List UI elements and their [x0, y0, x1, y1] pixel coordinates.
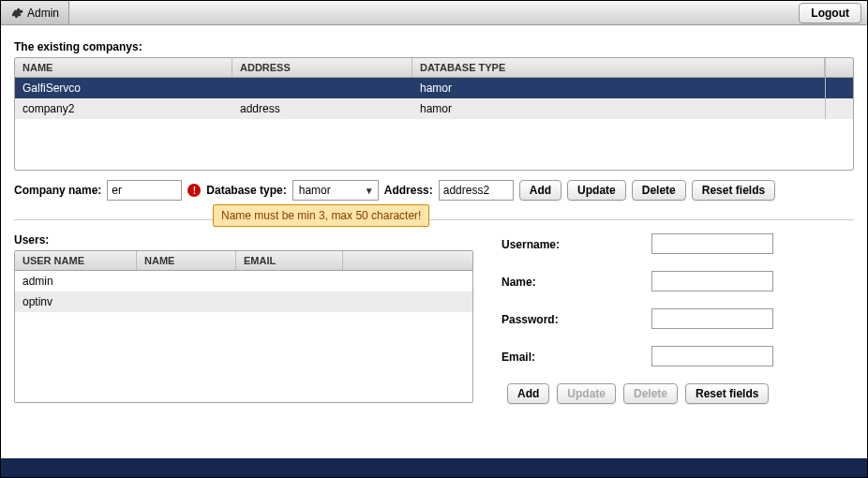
gear-icon	[10, 7, 23, 20]
cell-address	[232, 78, 412, 98]
companies-grid-body: GalfiServco hamor company2 address hamor	[15, 78, 853, 170]
cell-address: address	[232, 98, 412, 119]
cell-email	[236, 271, 343, 291]
cell-db: hamor	[412, 78, 825, 98]
cell-username: admin	[15, 271, 137, 291]
password-input[interactable]	[651, 308, 773, 329]
password-label: Password:	[501, 311, 651, 326]
username-input[interactable]	[651, 233, 773, 254]
companies-title: The existing companys:	[14, 40, 854, 53]
cell-name	[137, 271, 236, 291]
user-delete-button[interactable]: Delete	[623, 383, 678, 404]
email-label: Email:	[501, 349, 651, 364]
companies-grid-header: NAME ADDRESS DATABASE TYPE	[15, 58, 853, 78]
name-label: Name:	[501, 274, 651, 289]
company-update-button[interactable]: Update	[567, 180, 626, 201]
col-header-scroll	[825, 58, 841, 77]
col-header-db[interactable]: DATABASE TYPE	[412, 58, 825, 77]
company-form-row: Company name: ! Database type: hamor ▼ A…	[14, 180, 854, 201]
col-header-rest	[343, 251, 472, 270]
user-form: Username: Name: Password: Email: Add Upd…	[501, 228, 854, 404]
company-name-label: Company name:	[14, 184, 101, 197]
email-input[interactable]	[651, 346, 773, 366]
col-header-name[interactable]: NAME	[137, 251, 236, 270]
company-name-input[interactable]	[107, 180, 182, 201]
top-bar: Admin Logout	[1, 1, 867, 25]
divider	[14, 219, 854, 220]
database-type-value: hamor	[299, 184, 331, 197]
users-title: Users:	[14, 233, 473, 246]
company-reset-button[interactable]: Reset fields	[692, 180, 775, 201]
col-header-username[interactable]: USER NAME	[15, 251, 137, 270]
companies-grid: NAME ADDRESS DATABASE TYPE GalfiServco h…	[14, 57, 854, 171]
user-update-button[interactable]: Update	[557, 383, 616, 404]
user-add-button[interactable]: Add	[507, 383, 549, 404]
table-row[interactable]: GalfiServco hamor	[15, 78, 853, 98]
admin-tab[interactable]: Admin	[1, 1, 69, 24]
cell-username: optinv	[15, 291, 137, 312]
address-label: Address:	[384, 184, 433, 197]
logout-button[interactable]: Logout	[799, 3, 861, 23]
users-grid: USER NAME NAME EMAIL admin optinv	[14, 250, 473, 403]
name-input[interactable]	[651, 271, 773, 291]
error-icon: !	[187, 184, 201, 197]
cell-email	[236, 291, 343, 312]
users-grid-body: admin optinv	[15, 271, 472, 402]
user-reset-button[interactable]: Reset fields	[685, 383, 769, 404]
users-grid-header: USER NAME NAME EMAIL	[15, 251, 472, 271]
database-type-label: Database type:	[206, 184, 286, 197]
table-row[interactable]: optinv	[15, 291, 472, 312]
cell-name: GalfiServco	[15, 78, 232, 98]
col-header-name[interactable]: NAME	[15, 58, 232, 77]
validation-tooltip: Name must be min 3, max 50 character!	[213, 204, 429, 227]
chevron-down-icon: ▼	[365, 186, 374, 196]
company-delete-button[interactable]: Delete	[632, 180, 686, 201]
username-label: Username:	[501, 236, 651, 251]
col-header-address[interactable]: ADDRESS	[232, 58, 412, 77]
cell-name: company2	[15, 98, 232, 119]
address-input[interactable]	[439, 180, 514, 201]
company-add-button[interactable]: Add	[519, 180, 561, 201]
footer-bar	[1, 458, 867, 477]
col-header-email[interactable]: EMAIL	[236, 251, 343, 270]
cell-name	[137, 291, 236, 312]
cell-db: hamor	[412, 98, 825, 119]
database-type-select[interactable]: hamor ▼	[292, 180, 379, 201]
admin-tab-label: Admin	[27, 7, 59, 20]
top-bar-spacer	[69, 1, 799, 24]
table-row[interactable]: company2 address hamor	[15, 98, 853, 119]
table-row[interactable]: admin	[15, 271, 472, 291]
